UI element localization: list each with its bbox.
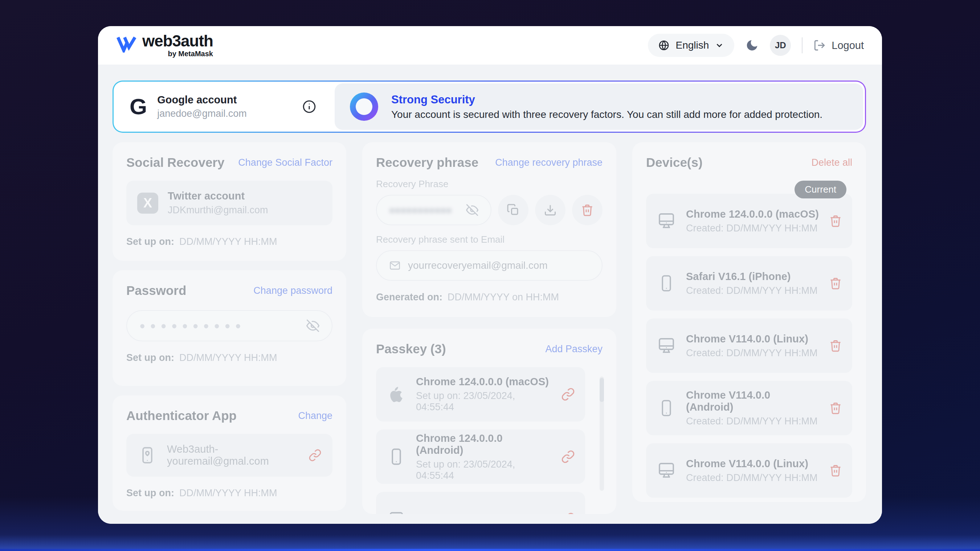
authenticator-setup-value: DD/MM/YYYY HH:MM xyxy=(179,487,277,499)
delete-device-button[interactable] xyxy=(829,402,842,414)
dark-mode-toggle[interactable] xyxy=(745,38,759,52)
link-icon[interactable] xyxy=(561,387,575,401)
phone-shield-icon xyxy=(137,446,158,465)
trash-icon xyxy=(581,203,594,216)
logout-icon xyxy=(813,39,826,51)
device-item: Chrome 124.0.0.0 (macOS) Created: DD/MM/… xyxy=(646,194,852,248)
security-banner: G Google account janedoe@gmail.com xyxy=(113,81,866,133)
mail-icon xyxy=(389,260,401,272)
passkey-item: Rome 24.456.355.98 xyxy=(376,492,585,514)
twitter-x-icon: X xyxy=(137,193,158,214)
recovery-phrase-masked: ●●●●●●●●●●●● xyxy=(389,205,451,216)
main-panel: web3auth by MetaMask English xyxy=(98,26,882,524)
device-item: Chrome V114.0.0 (Linux) Created: DD/MM/Y… xyxy=(646,319,852,373)
download-icon xyxy=(544,203,557,216)
device-item-title: Chrome V114.0.0 (Linux) xyxy=(686,458,818,470)
smartphone-icon xyxy=(656,399,676,418)
device-item-title: Chrome V114.0.0 (Android) xyxy=(686,389,819,413)
recovery-email-field[interactable]: yourrecoveryemail@gmail.com xyxy=(376,250,603,281)
trash-icon xyxy=(829,277,842,290)
passkey-title: Passkey (3) xyxy=(376,342,446,356)
laptop-icon xyxy=(386,510,407,514)
logout-button[interactable]: Logout xyxy=(813,39,864,51)
header-actions: English JD xyxy=(648,34,864,57)
passkey-card: Passkey (3) Add Passkey Chrome 124.0.0. xyxy=(362,329,616,514)
trash-icon xyxy=(829,402,842,414)
password-setup-label: Set up on: xyxy=(126,352,174,363)
account-email: janedoe@gmail.com xyxy=(157,108,247,119)
change-password-link[interactable]: Change password xyxy=(253,285,332,296)
monitor-icon xyxy=(656,336,676,356)
change-recovery-phrase-link[interactable]: Change recovery phrase xyxy=(495,157,603,168)
factors-grid: Social Recovery Change Social Factor X T… xyxy=(113,142,866,514)
password-title: Password xyxy=(126,283,186,298)
eye-off-icon[interactable] xyxy=(466,204,478,216)
link-icon[interactable] xyxy=(561,512,575,514)
change-social-factor-link[interactable]: Change Social Factor xyxy=(238,157,332,168)
passkey-scrollbar[interactable] xyxy=(600,376,604,491)
twitter-account-email: JDKmurthi@gmail.com xyxy=(168,205,268,216)
passkey-item-title: Chrome 124.0.0.0 (Android) xyxy=(416,432,552,456)
passkey-item: Chrome 124.0.0.0 (macOS) Set up on: 23/0… xyxy=(376,367,585,421)
avatar[interactable]: JD xyxy=(770,35,791,56)
devices-title: Device(s) xyxy=(646,155,703,170)
trash-icon xyxy=(829,339,842,352)
moon-icon xyxy=(745,38,759,52)
device-item-subtitle: Created: DD/MM/YYY HH:MM xyxy=(686,416,819,427)
generated-label: Generated on: xyxy=(376,292,442,303)
app-body: G Google account janedoe@gmail.com xyxy=(98,65,882,524)
authenticator-title: Authenticator App xyxy=(126,408,237,423)
recovery-phrase-title: Recovery phrase xyxy=(376,155,478,170)
change-authenticator-link[interactable]: Change xyxy=(298,410,332,421)
link-icon[interactable] xyxy=(561,450,575,464)
delete-device-button[interactable] xyxy=(829,214,842,227)
twitter-account-title: Twitter account xyxy=(168,190,268,202)
delete-device-button[interactable] xyxy=(829,339,842,352)
device-item-subtitle: Created: DD/MM/YYY HH:MM xyxy=(686,472,818,484)
password-field[interactable]: ●●●●●●●●●● xyxy=(126,310,332,341)
password-masked-value: ●●●●●●●●●● xyxy=(139,320,246,332)
add-passkey-link[interactable]: Add Passkey xyxy=(545,343,603,355)
smartphone-icon xyxy=(386,447,407,466)
social-recovery-title: Social Recovery xyxy=(126,155,224,170)
app-header: web3auth by MetaMask English xyxy=(98,26,882,65)
generated-value: DD/MM/YYYY on HH:MM xyxy=(447,292,559,303)
generated-row: Generated on:DD/MM/YYYY on HH:MM xyxy=(376,292,603,303)
download-button[interactable] xyxy=(535,195,565,225)
unlink-icon[interactable] xyxy=(309,449,321,462)
social-setup-label: Set up on: xyxy=(126,236,174,247)
chevron-down-icon xyxy=(715,41,724,50)
apple-icon xyxy=(386,384,407,404)
twitter-account-tile: X Twitter account JDKmurthi@gmail.com xyxy=(126,181,332,225)
recovery-phrase-card: Recovery phrase Change recovery phrase R… xyxy=(362,142,616,317)
language-selector[interactable]: English xyxy=(648,34,734,57)
copy-icon xyxy=(507,203,520,216)
passkey-item-title: Chrome 124.0.0.0 (macOS) xyxy=(416,376,552,388)
device-item-subtitle: Created: DD/MM/YYY HH:MM xyxy=(686,285,818,296)
web3auth-logo: web3auth by MetaMask xyxy=(116,33,213,58)
password-setup-value: DD/MM/YYYY HH:MM xyxy=(179,352,277,363)
delete-device-button[interactable] xyxy=(829,277,842,290)
passkey-item-title: Rome 24.456.355.98 xyxy=(416,512,515,514)
trash-icon xyxy=(829,214,842,227)
recovery-phrase-field[interactable]: ●●●●●●●●●●●● xyxy=(376,195,492,225)
delete-device-button[interactable] xyxy=(829,464,842,477)
info-icon[interactable] xyxy=(302,99,317,114)
delete-all-link[interactable]: Delete all xyxy=(811,157,852,168)
copy-button[interactable] xyxy=(498,195,528,225)
authenticator-setup-row: Set up on:DD/MM/YYYY HH:MM xyxy=(126,487,332,499)
passkey-item-subtitle: Set up on: 23/05/2024, 04:55:44 xyxy=(416,459,552,481)
recovery-phrase-label: Recovery Phrase xyxy=(376,178,603,190)
password-setup-row: Set up on:DD/MM/YYYY HH:MM xyxy=(126,352,332,364)
passkey-scrollbar-thumb[interactable] xyxy=(600,378,604,402)
delete-phrase-button[interactable] xyxy=(572,195,603,225)
eye-off-icon[interactable] xyxy=(306,319,320,332)
globe-icon xyxy=(658,40,670,51)
device-item: Chrome V114.0.0 (Android) Created: DD/MM… xyxy=(646,381,852,435)
device-item-subtitle: Created: DD/MM/YYY HH:MM xyxy=(686,223,819,234)
recovery-email-label: Recovery phrase sent to Email xyxy=(376,234,603,245)
trash-icon xyxy=(829,464,842,477)
social-recovery-card: Social Recovery Change Social Factor X T… xyxy=(113,142,346,261)
web3auth-logo-icon xyxy=(116,35,137,52)
logo-title: web3auth xyxy=(142,33,213,49)
